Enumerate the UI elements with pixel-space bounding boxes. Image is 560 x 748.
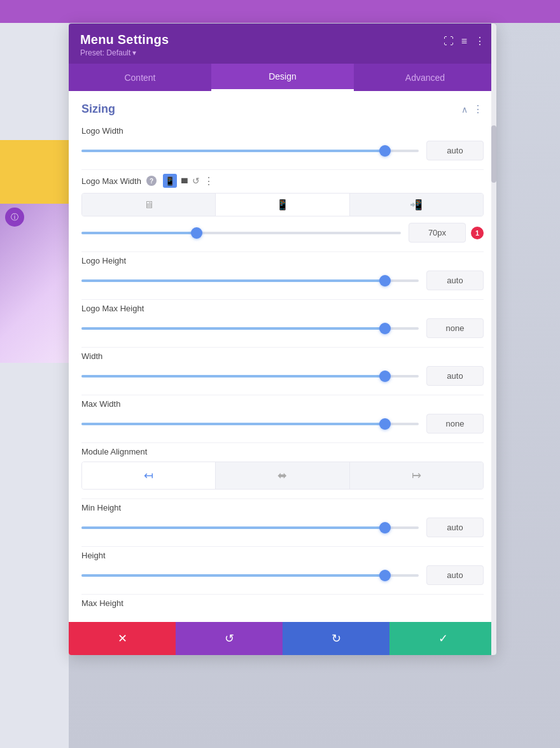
width-thumb[interactable] [379,370,391,382]
width-slider-container [81,370,419,383]
tab-content[interactable]: Content [69,64,211,91]
sizing-section-header: Sizing ∧ ⋮ [69,91,496,122]
logo-max-width-fill [81,232,197,234]
min-height-label: Min Height [81,503,484,512]
logo-width-slider-container [81,145,419,157]
tab-bar: Content Design Advanced [69,64,496,91]
max-width-label: Max Width [81,399,484,409]
logo-max-height-slider-container [81,322,419,335]
more-resp-icon[interactable]: ⋮ [204,175,214,187]
logo-width-fill [81,150,385,152]
logo-height-slider-container [81,274,419,287]
preset-selector[interactable]: Preset: Default ▾ [80,48,169,57]
max-width-input[interactable]: none [426,414,484,434]
max-width-track [81,423,419,425]
logo-height-field: Logo Height auto [69,252,496,299]
device-phone[interactable]: 📲 [350,194,483,216]
fullscreen-icon[interactable]: ⛶ [444,36,454,47]
align-left-icon: ↤ [144,469,153,483]
max-width-field: Max Width none [69,395,496,442]
height-fill [81,574,385,577]
cursor-icon[interactable]: ⯀ [181,176,188,185]
width-input[interactable]: auto [426,366,484,386]
tab-advanced[interactable]: Advanced [354,64,496,91]
width-control: auto [81,366,484,386]
logo-max-height-label: Logo Max Height [81,304,484,313]
section-title: Sizing [81,102,115,116]
min-height-slider-container [81,521,419,534]
height-input[interactable]: auto [426,565,484,585]
device-desktop[interactable]: 🖥 [82,194,216,216]
logo-height-input[interactable]: auto [426,271,484,290]
title-area: Menu Settings Preset: Default ▾ [80,32,169,57]
module-alignment-field: Module Alignment ↤ ⬌ ↦ [69,443,496,498]
more-options-icon[interactable]: ⋮ [475,35,485,47]
max-width-thumb[interactable] [379,418,391,430]
tablet-responsive-icon[interactable]: 📱 [163,174,177,188]
logo-height-label: Logo Height [81,256,484,265]
logo-max-width-input[interactable]: 70px [409,223,466,243]
left-panel-bg [0,23,69,748]
min-height-thumb[interactable] [379,522,391,533]
collapse-icon[interactable]: ∧ [461,104,468,115]
top-bar [0,0,560,23]
redo-button[interactable]: ↻ [283,622,389,655]
logo-max-width-track [81,232,401,234]
desktop-icon: 🖥 [144,199,154,211]
logo-width-track [81,150,419,152]
logo-width-field: Logo Width auto [69,122,496,169]
logo-width-thumb[interactable] [379,145,391,157]
min-height-input[interactable]: auto [426,518,484,537]
align-right[interactable]: ↦ [350,462,483,489]
redo-icon: ↻ [332,632,341,646]
logo-height-fill [81,279,385,282]
left-icon-badge: ⓘ [5,208,24,227]
scrollbar-thumb[interactable] [491,125,496,183]
logo-max-height-thumb[interactable] [379,323,391,334]
width-field: Width auto [69,348,496,395]
width-label: Width [81,351,484,361]
label-inline: Logo Max Width ? 📱 ⯀ ↺ ⋮ [81,174,214,188]
min-height-control: auto [81,518,484,537]
logo-max-height-fill [81,327,385,330]
min-height-fill [81,526,385,529]
device-tablet[interactable]: 📱 [216,194,349,216]
device-tabs: 🖥 📱 📲 [81,193,484,216]
width-track [81,375,419,378]
header-icons: ⛶ ≡ ⋮ [444,35,485,47]
cancel-button[interactable]: ✕ [69,622,176,655]
align-left[interactable]: ↤ [82,462,216,489]
logo-max-height-control: none [81,318,484,338]
height-thumb[interactable] [379,570,391,581]
logo-width-label: Logo Width [81,126,484,136]
preset-arrow-icon: ▾ [132,48,136,57]
panel-scrollbar[interactable] [491,24,496,655]
section-more-icon[interactable]: ⋮ [473,103,484,115]
help-icon[interactable]: ? [146,176,157,186]
tab-design[interactable]: Design [211,64,354,91]
height-field: Height auto [69,547,496,594]
panel-header: Menu Settings Preset: Default ▾ ⛶ ≡ ⋮ [69,24,496,64]
cancel-icon: ✕ [118,632,127,646]
settings-panel: Menu Settings Preset: Default ▾ ⛶ ≡ ⋮ Co… [69,24,496,655]
logo-height-track [81,279,419,282]
logo-width-input[interactable]: auto [426,141,484,160]
logo-max-height-field: Logo Max Height none [69,300,496,347]
undo-icon: ↺ [225,632,234,646]
max-height-label: Max Height [81,598,484,608]
columns-icon[interactable]: ≡ [461,36,467,47]
align-center[interactable]: ⬌ [216,462,349,489]
panel-title: Menu Settings [80,32,169,47]
reset-icon[interactable]: ↺ [192,176,200,186]
max-width-control: none [81,414,484,434]
logo-max-width-thumb[interactable] [191,227,202,239]
height-slider-container [81,569,419,582]
logo-max-width-slider-container [81,227,401,239]
logo-height-thumb[interactable] [379,275,391,286]
left-image-block [0,204,69,363]
panel-body: Sizing ∧ ⋮ Logo Width auto [69,91,496,622]
preset-label: Preset: Default [80,48,130,57]
save-button[interactable]: ✓ [389,622,496,655]
undo-button[interactable]: ↺ [176,622,283,655]
logo-max-height-input[interactable]: none [426,318,484,338]
